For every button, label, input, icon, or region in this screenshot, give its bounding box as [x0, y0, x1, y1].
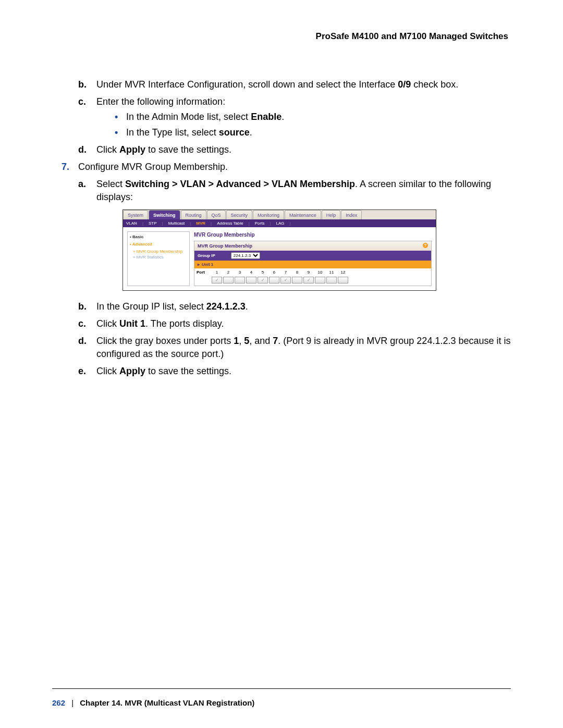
- subtab-address-table[interactable]: Address Table: [217, 220, 243, 226]
- unit-row[interactable]: ▸Unit 1: [194, 261, 431, 268]
- bullet-c1: In the Admin Mode list, select Enable.: [115, 110, 511, 124]
- port-box-2[interactable]: [223, 277, 234, 283]
- chapter-title: Chapter 14. MVR (Multicast VLAN Registra…: [80, 698, 254, 707]
- port-box-11[interactable]: [326, 277, 337, 283]
- step-7d: d. Click the gray boxes under ports 1, 5…: [78, 335, 511, 361]
- port-box-10[interactable]: [315, 277, 325, 283]
- sidebar: • Basic • Advanced » MVR Group Membershi…: [127, 231, 190, 286]
- tab-security[interactable]: Security: [226, 210, 253, 219]
- subtab-lag[interactable]: LAG: [276, 220, 285, 226]
- step-7c: c. Click Unit 1. The ports display.: [78, 317, 511, 330]
- main-tabs: System Switching Routing QoS Security Mo…: [123, 210, 436, 219]
- tab-system[interactable]: System: [123, 210, 148, 219]
- port-box-1[interactable]: [212, 277, 222, 283]
- document-header: ProSafe M4100 and M7100 Managed Switches: [52, 31, 511, 42]
- tab-help[interactable]: Help: [322, 210, 341, 219]
- step-d: d. Click Apply to save the settings.: [78, 143, 511, 156]
- port-box-9[interactable]: [303, 277, 314, 283]
- port-box-5[interactable]: [258, 277, 268, 283]
- subtab-mvr[interactable]: MVR: [196, 220, 205, 226]
- panel-head-label: MVR Group Membership: [198, 243, 252, 250]
- sidebar-mvr-group[interactable]: » MVR Group Membership: [130, 249, 187, 254]
- group-ip-label: Group IP: [198, 253, 215, 258]
- panel-title: MVR Group Membership: [194, 231, 432, 239]
- subtab-stp[interactable]: STP: [149, 220, 157, 226]
- port-box-7[interactable]: [280, 277, 291, 283]
- subtab-vlan[interactable]: VLAN: [126, 220, 137, 226]
- screenshot-mvr-group-membership: System Switching Routing QoS Security Mo…: [123, 209, 436, 291]
- step-7: 7. Configure MVR Group Membership. a. Se…: [52, 161, 511, 378]
- port-box-3[interactable]: [235, 277, 245, 283]
- sidebar-mvr-stats[interactable]: » MVR Statistics: [130, 254, 187, 260]
- bullet-c2: In the Type list, select source.: [115, 126, 511, 139]
- page-number: 262: [52, 698, 65, 707]
- port-box-4[interactable]: [246, 277, 256, 283]
- document-body: b. Under MVR Interface Configuration, sc…: [52, 78, 511, 378]
- step-7a: a. Select Switching > VLAN > Advanced > …: [78, 178, 511, 204]
- tab-index[interactable]: Index: [341, 210, 362, 219]
- subtab-multicast[interactable]: Multicast: [168, 220, 185, 226]
- step-7b: b. In the Group IP list, select 224.1.2.…: [78, 300, 511, 313]
- port-boxes-row: [194, 277, 431, 286]
- subtab-ports[interactable]: Ports: [255, 220, 265, 226]
- step-7e: e. Click Apply to save the settings.: [78, 365, 511, 378]
- port-box-6[interactable]: [269, 277, 279, 283]
- sidebar-basic[interactable]: • Basic: [130, 234, 187, 240]
- port-box-8[interactable]: [292, 277, 302, 283]
- sub-tabs: VLAN| STP| Multicast| MVR| Address Table…: [123, 219, 436, 227]
- group-ip-select[interactable]: 224.1.2.3: [231, 252, 260, 259]
- step-c: c. Enter the following information: In t…: [78, 95, 511, 139]
- port-header-row: Port 1 2 3 4 5 6 7 8 9: [194, 268, 431, 276]
- tab-routing[interactable]: Routing: [181, 210, 206, 219]
- step-b: b. Under MVR Interface Configuration, sc…: [78, 78, 511, 91]
- port-box-12[interactable]: [338, 277, 348, 283]
- page-footer: 262 | Chapter 14. MVR (Multicast VLAN Re…: [52, 688, 511, 707]
- tab-monitoring[interactable]: Monitoring: [253, 210, 284, 219]
- tab-qos[interactable]: QoS: [207, 210, 226, 219]
- tab-switching[interactable]: Switching: [149, 210, 180, 219]
- sidebar-advanced[interactable]: • Advanced: [130, 241, 187, 247]
- tab-maintenance[interactable]: Maintenance: [285, 210, 321, 219]
- help-icon[interactable]: ?: [423, 243, 428, 248]
